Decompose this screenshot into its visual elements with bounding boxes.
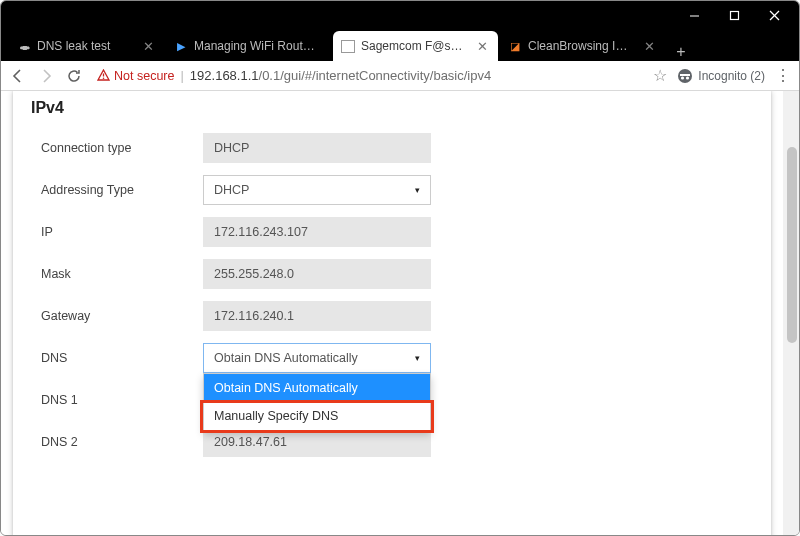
ipv4-card: IPv4 Connection type DHCP Addressing Typ… bbox=[13, 91, 771, 535]
bookmark-star-icon[interactable]: ☆ bbox=[653, 66, 667, 85]
page-viewport: IPv4 Connection type DHCP Addressing Typ… bbox=[1, 91, 799, 535]
label-dns1: DNS 1 bbox=[23, 393, 203, 407]
incognito-icon bbox=[677, 68, 693, 84]
svg-rect-7 bbox=[680, 74, 690, 76]
chevron-down-icon: ▾ bbox=[415, 353, 420, 363]
label-mask: Mask bbox=[23, 267, 203, 281]
section-title: IPv4 bbox=[13, 95, 771, 127]
tab-cleanbrowsing[interactable]: ◪ CleanBrowsing Installati ✕ bbox=[500, 31, 665, 61]
incognito-badge[interactable]: Incognito (2) bbox=[677, 68, 765, 84]
tab-title: CleanBrowsing Installati bbox=[528, 39, 632, 53]
label-dns: DNS bbox=[23, 351, 203, 365]
value-dns2: 209.18.47.61 bbox=[203, 427, 431, 457]
vertical-scrollbar[interactable] bbox=[783, 91, 799, 535]
button-row: Cancel Apply bbox=[23, 517, 761, 535]
tab-title: Managing WiFi Router S… bbox=[194, 39, 321, 53]
reload-button[interactable] bbox=[65, 67, 83, 85]
chevron-down-icon: ▾ bbox=[415, 185, 420, 195]
browser-chrome: 🕳 DNS leak test ✕ ▶ Managing WiFi Router… bbox=[1, 1, 799, 91]
row-addressing-type: Addressing Type DHCP ▾ bbox=[23, 169, 761, 211]
browser-toolbar: Not secure | 192.168.1.1/0.1/gui/#/inter… bbox=[1, 61, 799, 91]
svg-point-5 bbox=[103, 78, 105, 80]
label-connection-type: Connection type bbox=[23, 141, 203, 155]
dns-dropdown: Obtain DNS Automatically Manually Specif… bbox=[203, 373, 431, 431]
svg-point-9 bbox=[686, 76, 689, 79]
scrollbar-thumb[interactable] bbox=[787, 147, 797, 343]
address-bar[interactable]: Not secure | 192.168.1.1/0.1/gui/#/inter… bbox=[93, 64, 643, 88]
tab-managing-wifi[interactable]: ▶ Managing WiFi Router S… bbox=[166, 31, 331, 61]
url-text: 192.168.1.1/0.1/gui/#/internetConnectivi… bbox=[190, 68, 491, 83]
svg-point-8 bbox=[681, 76, 684, 79]
row-mask: Mask 255.255.248.0 bbox=[23, 253, 761, 295]
tab-strip: 🕳 DNS leak test ✕ ▶ Managing WiFi Router… bbox=[1, 29, 799, 61]
tab-dns-leak[interactable]: 🕳 DNS leak test ✕ bbox=[9, 31, 164, 61]
incognito-label: Incognito (2) bbox=[698, 69, 765, 83]
back-button[interactable] bbox=[9, 67, 27, 85]
forward-button[interactable] bbox=[37, 67, 55, 85]
tab-title: DNS leak test bbox=[37, 39, 131, 53]
tab-sagemcom[interactable]: Sagemcom F@st5260 Ro ✕ bbox=[333, 31, 498, 61]
window-maximize-button[interactable] bbox=[715, 4, 753, 26]
browser-menu-button[interactable]: ⋮ bbox=[775, 66, 791, 85]
close-icon[interactable]: ✕ bbox=[644, 39, 655, 54]
select-value: Obtain DNS Automatically bbox=[214, 351, 358, 365]
value-gateway: 172.116.240.1 bbox=[203, 301, 431, 331]
svg-rect-1 bbox=[730, 11, 738, 19]
warning-icon bbox=[97, 69, 110, 82]
value-connection-type: DHCP bbox=[203, 133, 431, 163]
value-ip: 172.116.243.107 bbox=[203, 217, 431, 247]
play-icon: ▶ bbox=[174, 39, 188, 53]
row-dns: DNS Obtain DNS Automatically ▾ Obtain DN… bbox=[23, 337, 761, 379]
label-addressing-type: Addressing Type bbox=[23, 183, 203, 197]
row-connection-type: Connection type DHCP bbox=[23, 127, 761, 169]
shield-icon: ◪ bbox=[508, 39, 522, 53]
label-dns2: DNS 2 bbox=[23, 435, 203, 449]
dns-option-manual[interactable]: Manually Specify DNS bbox=[204, 402, 430, 430]
dns-option-auto[interactable]: Obtain DNS Automatically bbox=[204, 374, 430, 402]
not-secure-text: Not secure bbox=[114, 69, 174, 83]
ipv4-form: Connection type DHCP Addressing Type DHC… bbox=[13, 127, 771, 535]
not-secure-badge: Not secure bbox=[97, 69, 174, 83]
close-icon[interactable]: ✕ bbox=[143, 39, 154, 54]
window-minimize-button[interactable] bbox=[675, 4, 713, 26]
url-separator: | bbox=[180, 68, 183, 83]
row-ip: IP 172.116.243.107 bbox=[23, 211, 761, 253]
window-controls bbox=[1, 1, 799, 29]
value-mask: 255.255.248.0 bbox=[203, 259, 431, 289]
new-tab-button[interactable]: + bbox=[667, 43, 695, 61]
tab-title: Sagemcom F@st5260 Ro bbox=[361, 39, 465, 53]
page-icon bbox=[341, 40, 355, 53]
select-dns[interactable]: Obtain DNS Automatically ▾ bbox=[203, 343, 431, 373]
page-content: IPv4 Connection type DHCP Addressing Typ… bbox=[1, 91, 783, 535]
select-value: DHCP bbox=[214, 183, 249, 197]
globe-icon: 🕳 bbox=[17, 39, 31, 53]
select-addressing-type[interactable]: DHCP ▾ bbox=[203, 175, 431, 205]
label-gateway: Gateway bbox=[23, 309, 203, 323]
row-gateway: Gateway 172.116.240.1 bbox=[23, 295, 761, 337]
close-icon[interactable]: ✕ bbox=[477, 39, 488, 54]
window-close-button[interactable] bbox=[755, 4, 793, 26]
label-ip: IP bbox=[23, 225, 203, 239]
